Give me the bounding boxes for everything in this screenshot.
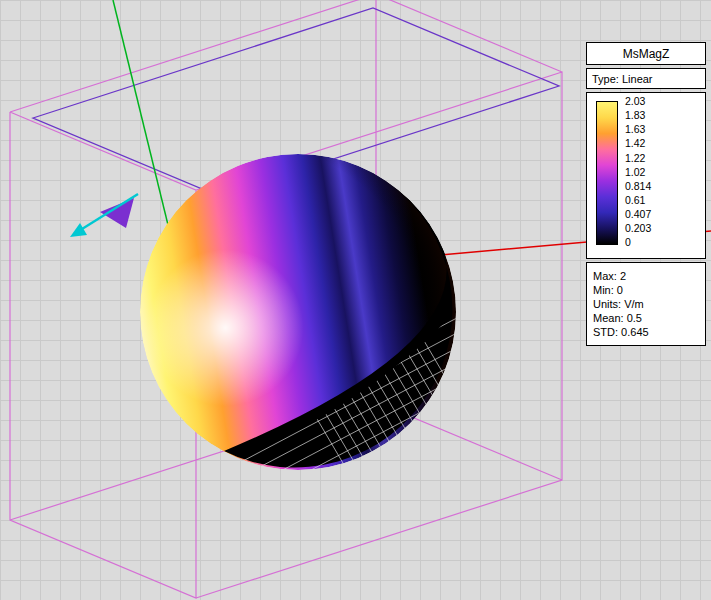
tick-label: 2.03 <box>625 96 651 107</box>
legend-colorbar-panel: 2.03 1.83 1.63 1.42 1.22 1.02 0.814 0.61… <box>586 92 706 259</box>
stat-std: STD: 0.645 <box>593 325 699 339</box>
stat-mean: Mean: 0.5 <box>593 311 699 325</box>
field-legend: MsMagZ Type: Linear 2.03 1.83 1.63 1.42 … <box>586 42 706 346</box>
field-sphere <box>140 11 472 600</box>
tick-label: 0 <box>625 237 651 248</box>
tick-label: 1.63 <box>625 124 651 135</box>
tick-label: 0.407 <box>625 209 651 220</box>
legend-title: MsMagZ <box>586 42 706 65</box>
viewport-background-grid: MsMagZ Type: Linear 2.03 1.83 1.63 1.42 … <box>0 0 711 600</box>
legend-scale-type: Type: Linear <box>586 68 706 89</box>
stat-max: Max: 2 <box>593 269 699 283</box>
tick-label: 1.42 <box>625 138 651 149</box>
colorbar-gradient <box>596 101 618 245</box>
colorbar-tick-labels: 2.03 1.83 1.63 1.42 1.22 1.02 0.814 0.61… <box>625 96 651 248</box>
port-arrowhead-icon <box>100 198 134 228</box>
stat-units: Units: V/m <box>593 297 699 311</box>
tick-label: 0.61 <box>625 195 651 206</box>
tick-label: 1.02 <box>625 167 651 178</box>
excitation-arrowhead-icon <box>70 223 87 237</box>
legend-stats-panel: Max: 2 Min: 0 Units: V/m Mean: 0.5 STD: … <box>586 262 706 346</box>
stat-min: Min: 0 <box>593 283 699 297</box>
tick-label: 0.203 <box>625 223 651 234</box>
tick-label: 1.22 <box>625 153 651 164</box>
tick-label: 0.814 <box>625 181 651 192</box>
excitation-arrow <box>70 194 138 237</box>
tick-label: 1.83 <box>625 110 651 121</box>
